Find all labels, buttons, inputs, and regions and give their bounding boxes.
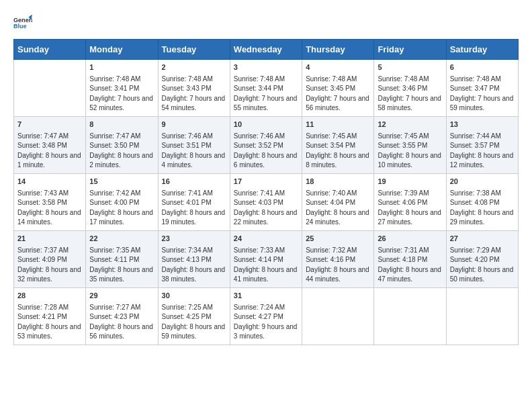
calendar-cell: 24Sunrise: 7:33 AMSunset: 4:14 PMDayligh… [230, 230, 302, 287]
week-row-1: 1Sunrise: 7:48 AMSunset: 3:41 PMDaylight… [14, 60, 519, 117]
calendar-cell: 6Sunrise: 7:48 AMSunset: 3:47 PMDaylight… [446, 60, 518, 117]
header-monday: Monday [86, 40, 158, 60]
day-number: 21 [17, 234, 82, 244]
day-number: 5 [378, 62, 442, 73]
calendar-cell: 12Sunrise: 7:45 AMSunset: 3:55 PMDayligh… [374, 116, 446, 173]
day-info: Sunrise: 7:29 AMSunset: 4:20 PMDaylight:… [450, 246, 515, 285]
day-info: Sunrise: 7:46 AMSunset: 3:51 PMDaylight:… [162, 132, 226, 171]
day-info: Sunrise: 7:25 AMSunset: 4:25 PMDaylight:… [162, 303, 226, 342]
day-info: Sunrise: 7:45 AMSunset: 3:55 PMDaylight:… [378, 132, 442, 171]
day-number: 19 [378, 177, 442, 187]
day-info: Sunrise: 7:40 AMSunset: 4:04 PMDaylight:… [306, 189, 370, 228]
week-row-2: 7Sunrise: 7:47 AMSunset: 3:48 PMDaylight… [14, 116, 519, 173]
day-info: Sunrise: 7:33 AMSunset: 4:14 PMDaylight:… [234, 246, 298, 285]
calendar-cell: 18Sunrise: 7:40 AMSunset: 4:04 PMDayligh… [302, 173, 374, 230]
calendar-cell: 2Sunrise: 7:48 AMSunset: 3:43 PMDaylight… [158, 60, 230, 117]
day-info: Sunrise: 7:47 AMSunset: 3:48 PMDaylight:… [17, 132, 82, 171]
header-sunday: Sunday [14, 40, 86, 60]
day-number: 27 [450, 234, 515, 244]
calendar-cell: 27Sunrise: 7:29 AMSunset: 4:20 PMDayligh… [446, 230, 518, 287]
day-number: 31 [234, 291, 298, 302]
day-number: 2 [162, 62, 226, 73]
calendar-cell: 10Sunrise: 7:46 AMSunset: 3:52 PMDayligh… [230, 116, 302, 173]
day-info: Sunrise: 7:48 AMSunset: 3:44 PMDaylight:… [234, 75, 298, 113]
header-thursday: Thursday [302, 40, 374, 60]
day-number: 10 [234, 120, 298, 130]
day-info: Sunrise: 7:34 AMSunset: 4:13 PMDaylight:… [162, 246, 226, 285]
day-info: Sunrise: 7:46 AMSunset: 3:52 PMDaylight:… [234, 132, 298, 171]
header-friday: Friday [374, 40, 446, 60]
day-number: 9 [162, 120, 226, 130]
day-number: 16 [162, 177, 226, 187]
header-saturday: Saturday [446, 40, 518, 60]
calendar-cell: 14Sunrise: 7:43 AMSunset: 3:58 PMDayligh… [14, 173, 86, 230]
calendar-cell: 1Sunrise: 7:48 AMSunset: 3:41 PMDaylight… [86, 60, 158, 117]
week-row-3: 14Sunrise: 7:43 AMSunset: 3:58 PMDayligh… [14, 173, 519, 230]
week-row-5: 28Sunrise: 7:28 AMSunset: 4:21 PMDayligh… [14, 287, 519, 345]
day-number: 30 [162, 291, 226, 302]
calendar-cell: 15Sunrise: 7:42 AMSunset: 4:00 PMDayligh… [86, 173, 158, 230]
day-number: 26 [378, 234, 442, 244]
day-info: Sunrise: 7:41 AMSunset: 4:01 PMDaylight:… [162, 189, 226, 228]
day-info: Sunrise: 7:48 AMSunset: 3:43 PMDaylight:… [162, 75, 226, 113]
calendar-cell [446, 287, 518, 345]
day-number: 15 [89, 177, 154, 187]
day-info: Sunrise: 7:28 AMSunset: 4:21 PMDaylight:… [17, 303, 82, 342]
calendar-cell: 26Sunrise: 7:31 AMSunset: 4:18 PMDayligh… [374, 230, 446, 287]
day-number: 29 [89, 291, 154, 302]
header-tuesday: Tuesday [158, 40, 230, 60]
day-number: 7 [17, 120, 82, 130]
calendar-cell: 8Sunrise: 7:47 AMSunset: 3:50 PMDaylight… [86, 116, 158, 173]
day-number: 4 [306, 62, 370, 73]
calendar-cell: 20Sunrise: 7:38 AMSunset: 4:08 PMDayligh… [446, 173, 518, 230]
day-number: 12 [378, 120, 442, 130]
day-number: 22 [89, 234, 154, 244]
calendar-cell: 30Sunrise: 7:25 AMSunset: 4:25 PMDayligh… [158, 287, 230, 345]
day-number: 6 [450, 62, 515, 73]
day-number: 17 [234, 177, 298, 187]
calendar-cell: 5Sunrise: 7:48 AMSunset: 3:46 PMDaylight… [374, 60, 446, 117]
calendar-cell: 21Sunrise: 7:37 AMSunset: 4:09 PMDayligh… [14, 230, 86, 287]
day-number: 3 [234, 62, 298, 73]
calendar-cell: 19Sunrise: 7:39 AMSunset: 4:06 PMDayligh… [374, 173, 446, 230]
calendar-cell: 23Sunrise: 7:34 AMSunset: 4:13 PMDayligh… [158, 230, 230, 287]
day-number: 1 [89, 62, 154, 73]
day-number: 14 [17, 177, 82, 187]
header-wednesday: Wednesday [230, 40, 302, 60]
day-info: Sunrise: 7:48 AMSunset: 3:47 PMDaylight:… [450, 75, 515, 113]
day-info: Sunrise: 7:42 AMSunset: 4:00 PMDaylight:… [89, 189, 154, 228]
calendar-cell [14, 60, 86, 117]
calendar-cell [302, 287, 374, 345]
day-number: 20 [450, 177, 515, 187]
calendar-cell: 31Sunrise: 7:24 AMSunset: 4:27 PMDayligh… [230, 287, 302, 345]
day-info: Sunrise: 7:48 AMSunset: 3:41 PMDaylight:… [89, 75, 154, 113]
logo: General Blue [13, 13, 35, 32]
calendar-table: SundayMondayTuesdayWednesdayThursdayFrid… [13, 39, 519, 345]
day-info: Sunrise: 7:31 AMSunset: 4:18 PMDaylight:… [378, 246, 442, 285]
logo-icon: General Blue [13, 13, 32, 32]
calendar-cell: 3Sunrise: 7:48 AMSunset: 3:44 PMDaylight… [230, 60, 302, 117]
week-row-4: 21Sunrise: 7:37 AMSunset: 4:09 PMDayligh… [14, 230, 519, 287]
day-info: Sunrise: 7:27 AMSunset: 4:23 PMDaylight:… [89, 303, 154, 342]
day-info: Sunrise: 7:44 AMSunset: 3:57 PMDaylight:… [450, 132, 515, 171]
day-info: Sunrise: 7:24 AMSunset: 4:27 PMDaylight:… [234, 303, 298, 342]
day-info: Sunrise: 7:37 AMSunset: 4:09 PMDaylight:… [17, 246, 82, 285]
day-number: 23 [162, 234, 226, 244]
day-info: Sunrise: 7:32 AMSunset: 4:16 PMDaylight:… [306, 246, 370, 285]
calendar-cell: 13Sunrise: 7:44 AMSunset: 3:57 PMDayligh… [446, 116, 518, 173]
day-info: Sunrise: 7:47 AMSunset: 3:50 PMDaylight:… [89, 132, 154, 171]
day-number: 13 [450, 120, 515, 130]
svg-text:Blue: Blue [13, 23, 27, 30]
day-info: Sunrise: 7:41 AMSunset: 4:03 PMDaylight:… [234, 189, 298, 228]
calendar-cell: 11Sunrise: 7:45 AMSunset: 3:54 PMDayligh… [302, 116, 374, 173]
day-number: 25 [306, 234, 370, 244]
day-info: Sunrise: 7:35 AMSunset: 4:11 PMDaylight:… [89, 246, 154, 285]
calendar-cell [374, 287, 446, 345]
page-header: General Blue [13, 13, 519, 32]
calendar-cell: 17Sunrise: 7:41 AMSunset: 4:03 PMDayligh… [230, 173, 302, 230]
day-info: Sunrise: 7:45 AMSunset: 3:54 PMDaylight:… [306, 132, 370, 171]
calendar-cell: 25Sunrise: 7:32 AMSunset: 4:16 PMDayligh… [302, 230, 374, 287]
calendar-cell: 22Sunrise: 7:35 AMSunset: 4:11 PMDayligh… [86, 230, 158, 287]
day-number: 28 [17, 291, 82, 302]
calendar-cell: 16Sunrise: 7:41 AMSunset: 4:01 PMDayligh… [158, 173, 230, 230]
